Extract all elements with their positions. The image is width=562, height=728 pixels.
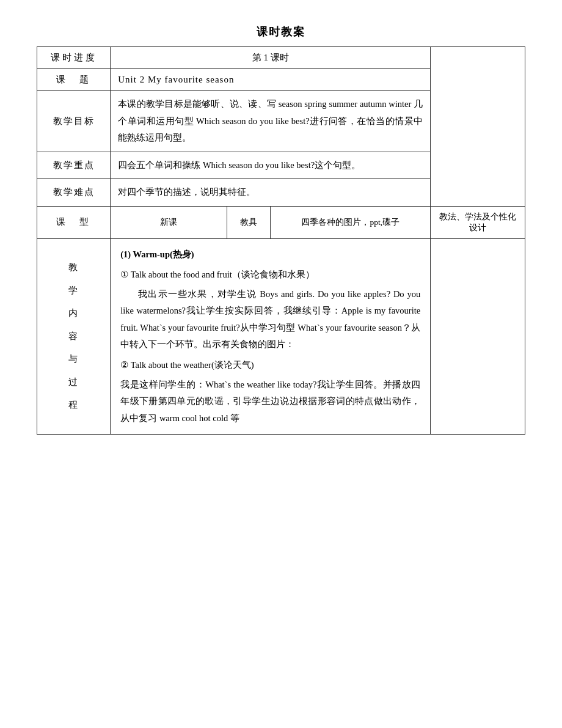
type-sub-tools-label: 教具 [227, 206, 270, 238]
objective-value: 本课的教学目标是能够听、说、读、写 season spring summer a… [111, 91, 431, 152]
methods-column [431, 238, 525, 434]
content-main: (1) Warm-up(热身) ① Talk about the food an… [111, 238, 431, 434]
key-value: 四会五个单词和操练 Which season do you like best?… [111, 152, 431, 179]
type-sub-methods: 教法、学法及个性化设计 [431, 206, 525, 238]
table-row-diff: 教学难点 对四个季节的描述，说明其特征。 [37, 179, 525, 207]
section1-item2-detail: 我是这样问学生的：What`s the weather like today?我… [120, 377, 420, 427]
table-row-key: 教学重点 四会五个单词和操练 Which season do you like … [37, 152, 525, 179]
content-label-char4: 容 [68, 325, 79, 348]
content-body: (1) Warm-up(热身) ① Talk about the food an… [120, 246, 420, 427]
section1-item2: ② Talk about the weather(谈论天气) [120, 357, 420, 374]
type-sub-type: 新课 [111, 206, 227, 238]
diff-value: 对四个季节的描述，说明其特征。 [111, 179, 431, 207]
subject-label: 课 题 [37, 69, 111, 91]
section1-item1: ① Talk about the food and fruit（谈论食物和水果） [120, 267, 420, 284]
diff-label: 教学难点 [37, 179, 111, 207]
subject-value: Unit 2 My favourite season [111, 69, 431, 91]
table-row-content: 教 学 内 容 与 过 程 (1) Warm-up(热身) ① Talk abo… [37, 238, 525, 434]
content-label-char3: 内 [68, 302, 79, 325]
content-label-char5: 与 [68, 348, 79, 371]
content-label-char2: 学 [68, 279, 79, 303]
section1-item1-detail: 我出示一些水果，对学生说 Boys and girls. Do you like… [120, 286, 420, 353]
materials-text: 四季各种的图片，ppt,碟子 [301, 216, 400, 229]
lesson-plan-table: 课时进度 第 1 课时 课 题 Unit 2 My favourite seas… [37, 46, 525, 435]
type-sub-materials: 四季各种的图片，ppt,碟子 [271, 206, 431, 238]
section1-title: (1) Warm-up(热身) [120, 246, 420, 263]
content-label-char1: 教 [68, 256, 79, 279]
content-label-char6: 过 [68, 371, 79, 394]
table-row-progress: 课时进度 第 1 课时 [37, 47, 525, 69]
content-label: 教 学 内 容 与 过 程 [37, 238, 111, 434]
objective-label: 教学目标 [37, 91, 111, 152]
table-row-type: 课 型 新课 教具 四季各种的图片，ppt,碟子 教法、学法及个性化设计 [37, 206, 525, 238]
page-title: 课时教案 [37, 24, 525, 39]
type-label: 课 型 [37, 206, 111, 238]
content-label-char7: 程 [68, 394, 79, 417]
progress-value: 第 1 课时 [111, 47, 431, 69]
table-row-objective: 教学目标 本课的教学目标是能够听、说、读、写 season spring sum… [37, 91, 525, 152]
key-label: 教学重点 [37, 152, 111, 179]
progress-label: 课时进度 [37, 47, 111, 69]
table-row-subject: 课 题 Unit 2 My favourite season [37, 69, 525, 91]
